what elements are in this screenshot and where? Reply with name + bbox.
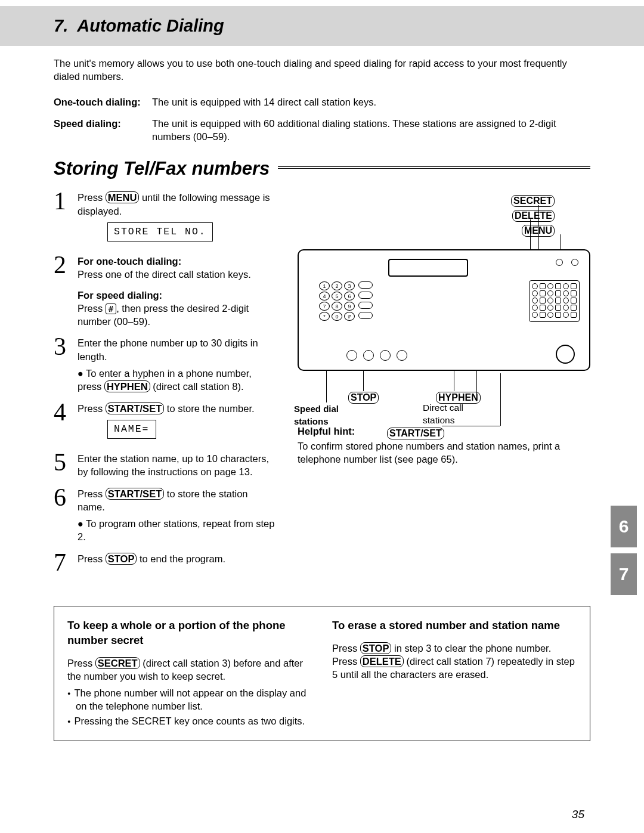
menu-button: MENU: [106, 191, 140, 203]
definition-row: One-touch dialing: The unit is equipped …: [54, 95, 590, 109]
chapter-header: 7. Automatic Dialing: [0, 6, 644, 46]
step-3: 3 Enter the phone number up to 30 digits…: [54, 334, 277, 393]
side-tab: 7: [611, 553, 637, 595]
hyphen-button: HYPHEN: [104, 380, 150, 392]
stop-button: STOP: [360, 642, 392, 654]
hash-key: #: [106, 304, 116, 314]
leader-line: [454, 370, 454, 391]
device-oval-keys: [358, 281, 373, 319]
info-box: To keep a whole or a portion of the phon…: [54, 606, 590, 741]
leader-line: [500, 373, 501, 426]
content-area: The unit's memory allows you to use both…: [0, 46, 644, 580]
box-right: To erase a stored number and station nam…: [332, 618, 577, 729]
stop-button: STOP: [106, 553, 137, 565]
step-2: 2 For one-touch dialing: Press one of th…: [54, 252, 277, 328]
definition-term: One-touch dialing:: [54, 95, 152, 109]
delete-button: DELETE: [360, 655, 404, 667]
device-keypad: 123 456 789 *0#: [319, 281, 355, 322]
step-6: 6 Press START/SET to store the station n…: [54, 485, 277, 544]
box-left: To keep a whole or a portion of the phon…: [67, 618, 312, 729]
step-7: 7 Press STOP to end the program.: [54, 550, 277, 575]
side-tab: 6: [611, 506, 637, 547]
startset-button: START/SET: [106, 488, 164, 500]
device-lcd: [388, 259, 468, 277]
leader-line: [363, 370, 364, 391]
section-title: Storing Tel/Fax numbers: [54, 156, 590, 181]
lcd-display: STORE TEL NO.: [107, 222, 213, 241]
device-illustration: 123 456 789 *0#: [298, 249, 590, 371]
side-tabs: 6 7: [611, 506, 637, 595]
step-4: 4 Press START/SET to store the number. N…: [54, 400, 277, 444]
definition-row: Speed dialing: The unit is equipped with…: [54, 117, 590, 144]
lcd-display: NAME=: [107, 420, 156, 439]
label-stop: STOP: [348, 391, 379, 404]
device-bottom-keys: [346, 349, 541, 361]
page-number: 35: [572, 807, 584, 822]
label-secret: SECRET: [511, 194, 555, 208]
leader-line: [326, 370, 327, 402]
device-indicators: [556, 259, 578, 266]
step-5: 5 Enter the station name, up to 10 chara…: [54, 450, 277, 479]
device-start-button: [556, 345, 575, 364]
section-heading: Storing Tel/Fax numbers: [54, 156, 278, 181]
label-startset: START/SET: [387, 427, 444, 440]
page: 7. Automatic Dialing The unit's memory a…: [0, 6, 644, 833]
chapter-title: 7. Automatic Dialing: [54, 14, 644, 38]
step-1: 1 Press MENU until the following message…: [54, 188, 277, 246]
diagram-column: SECRET DELETE MENU 123 456 789 *0#: [298, 188, 590, 580]
startset-button: START/SET: [106, 402, 164, 414]
definition-term: Speed dialing:: [54, 117, 152, 144]
title-rule: [278, 166, 590, 171]
definition-desc: The unit is equipped with 14 direct call…: [152, 95, 590, 109]
device-station-keys: [529, 280, 580, 322]
steps-column: 1 Press MENU until the following message…: [54, 188, 277, 580]
intro-text: The unit's memory allows you to use both…: [54, 57, 590, 83]
label-delete: DELETE: [512, 209, 555, 222]
secret-button: SECRET: [95, 657, 140, 669]
label-speed-dial: Speed dialstations: [294, 403, 339, 428]
label-direct-call: Direct callstations: [423, 402, 463, 427]
definition-desc: The unit is equipped with 60 additional …: [152, 117, 590, 144]
